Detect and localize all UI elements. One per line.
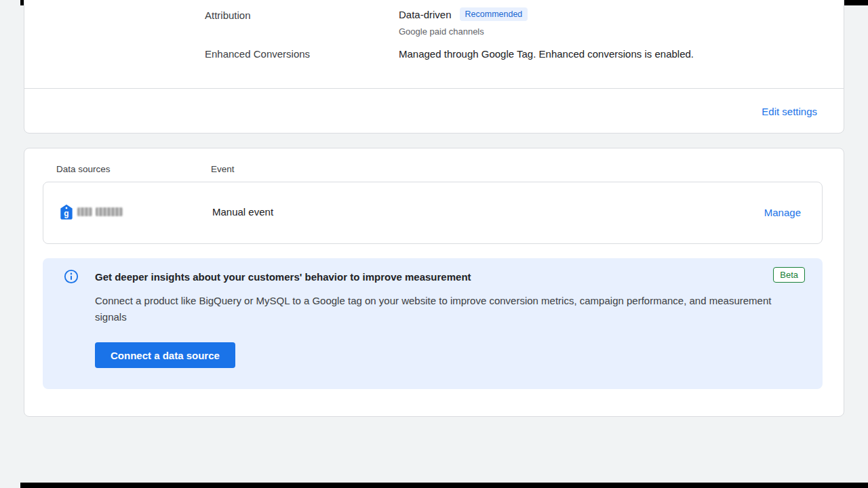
redacted-source-name	[77, 207, 123, 216]
svg-text:g: g	[64, 209, 68, 218]
banner-title: Get deeper insights about your customers…	[95, 271, 471, 283]
banner-body: Connect a product like BigQuery or MySQL…	[95, 293, 797, 325]
column-header-event: Event	[211, 164, 235, 174]
enhanced-conversions-label: Enhanced Conversions	[205, 48, 310, 60]
event-type-cell: Manual event	[212, 206, 273, 218]
letterbox-bottom	[20, 483, 868, 488]
data-source-row	[43, 182, 823, 244]
beta-badge: Beta	[773, 267, 805, 283]
settings-divider	[24, 88, 844, 89]
connect-data-source-button[interactable]: Connect a data source	[95, 342, 235, 368]
attribution-label: Attribution	[205, 9, 251, 21]
attribution-value-row: Data-driven Recommended	[399, 7, 528, 21]
column-header-data-sources: Data sources	[56, 164, 111, 174]
page: Attribution Data-driven Recommended Goog…	[0, 0, 868, 488]
recommended-badge: Recommended	[460, 7, 528, 21]
google-tag-icon: g	[58, 203, 75, 221]
attribution-value: Data-driven	[399, 9, 452, 20]
enhanced-conversions-value: Managed through Google Tag. Enhanced con…	[399, 48, 694, 60]
attribution-subvalue: Google paid channels	[399, 26, 484, 37]
info-icon	[64, 269, 79, 284]
manage-link[interactable]: Manage	[764, 207, 801, 218]
edit-settings-link[interactable]: Edit settings	[762, 106, 817, 117]
